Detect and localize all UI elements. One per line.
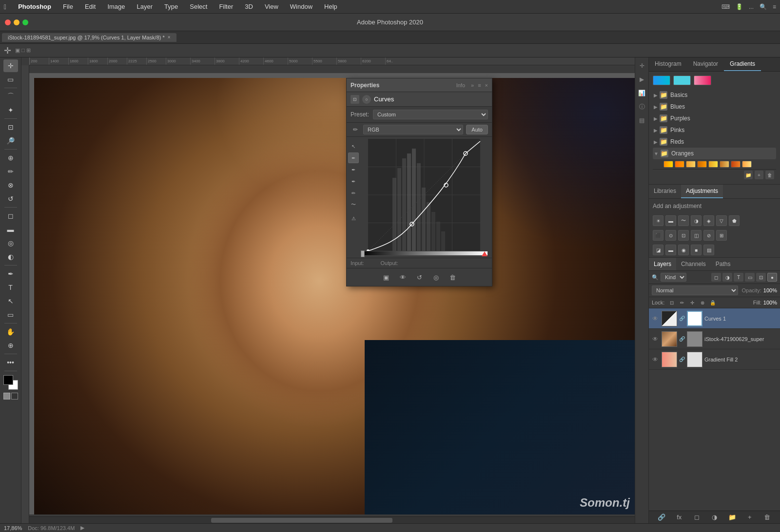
layer-group-btn[interactable]: 📁 xyxy=(727,513,737,522)
adj-exposure-icon[interactable]: ◑ xyxy=(691,215,702,226)
lock-artboard-icon[interactable]: ⊗ xyxy=(698,299,707,306)
text-tool[interactable]: T xyxy=(3,281,18,294)
clone-tool[interactable]: ⊗ xyxy=(3,179,18,191)
channel-tool-icon[interactable]: ✏ xyxy=(351,125,360,134)
orange-grad-7[interactable] xyxy=(731,161,741,168)
menu-window[interactable]: Window xyxy=(288,2,314,11)
adj-channel-mixer-icon[interactable]: ⊡ xyxy=(678,230,689,241)
properties-info-tab[interactable]: Info xyxy=(456,82,465,88)
filter-enabled-toggle[interactable]: ● xyxy=(767,273,777,282)
layer-link-btn[interactable]: 🔗 xyxy=(657,513,666,522)
gradients-delete-icon[interactable]: 🗑 xyxy=(765,171,774,179)
adj-color-lookup-icon[interactable]: ◫ xyxy=(691,230,702,241)
layer-mask-btn[interactable]: ◻ xyxy=(692,513,702,522)
curve-eyedropper-black[interactable]: ✒ xyxy=(348,152,359,163)
tab-histogram[interactable]: Histogram xyxy=(649,57,687,71)
lock-transparency-icon[interactable]: ⊡ xyxy=(667,299,676,306)
dodge-tool[interactable]: ◐ xyxy=(3,250,18,263)
menu-view[interactable]: View xyxy=(263,2,280,11)
lasso-tool[interactable]: ⌒ xyxy=(3,90,18,103)
tab-paths[interactable]: Paths xyxy=(711,258,736,270)
layer-mask-curves1[interactable] xyxy=(687,311,702,326)
tab-layers[interactable]: Layers xyxy=(649,258,676,270)
tab-libraries[interactable]: Libraries xyxy=(649,185,681,198)
crop-tool[interactable]: ⊡ xyxy=(3,121,18,133)
gradient-swatch-cyan[interactable] xyxy=(653,76,670,85)
layer-link-icon3[interactable]: 🔗 xyxy=(679,357,684,362)
curves-channel-icon[interactable]: ▣ xyxy=(380,271,392,283)
curve-eyedropper-white[interactable]: ✒ xyxy=(348,176,359,187)
orange-grad-2[interactable] xyxy=(675,161,684,168)
layer-item-photo[interactable]: 👁 🔗 iStock-471900629_super xyxy=(649,329,780,349)
info-icon[interactable]: ⓘ xyxy=(637,101,647,112)
layer-mask-gradient[interactable] xyxy=(687,352,702,367)
adj-photo-filter-icon[interactable]: ⊙ xyxy=(665,230,676,241)
menu-help[interactable]: Help xyxy=(322,2,339,11)
gradients-new-icon[interactable]: + xyxy=(755,171,763,179)
adj-gradient-map-icon[interactable]: ▬ xyxy=(665,245,676,255)
adj-threshold-icon[interactable]: ◪ xyxy=(653,245,663,255)
brush-tool[interactable]: ✏ xyxy=(3,165,18,178)
close-button[interactable] xyxy=(5,19,11,25)
document-tab[interactable]: iStock-181894581_super.jpg @ 17,9% (Curv… xyxy=(2,33,176,42)
layer-adj-btn[interactable]: ◑ xyxy=(709,513,719,522)
shape-tool[interactable]: ▭ xyxy=(3,308,18,321)
adj-colorbalance-icon[interactable]: ⬟ xyxy=(729,215,740,226)
gradient-group-blues[interactable]: ▶ 📁 Blues xyxy=(653,101,776,113)
minimize-button[interactable] xyxy=(14,19,20,25)
menu-filter[interactable]: Filter xyxy=(217,2,235,11)
maximize-button[interactable] xyxy=(22,19,28,25)
search-menu-icon[interactable]: 🔍 xyxy=(760,3,767,10)
path-select-tool[interactable]: ↖ xyxy=(3,295,18,307)
layer-item-curves1[interactable]: 👁 🔗 Curves 1 xyxy=(649,308,780,329)
layer-mask-photo[interactable] xyxy=(687,331,702,347)
auto-button[interactable]: Auto xyxy=(466,125,488,134)
gradient-group-oranges[interactable]: ▼ 📁 Oranges xyxy=(653,148,776,159)
filter-shape-icon[interactable]: ▭ xyxy=(745,273,755,282)
layer-delete-btn[interactable]: 🗑 xyxy=(762,513,772,522)
marquee-tool[interactable]: ▭ xyxy=(3,73,18,86)
hand-tool[interactable]: ✋ xyxy=(3,325,18,338)
zoom-tool[interactable]: ⊕ xyxy=(3,339,18,352)
adj-hsl-icon[interactable]: ▽ xyxy=(716,215,727,226)
curves-bottom-slider[interactable] xyxy=(360,251,488,256)
lock-position-icon[interactable]: ✛ xyxy=(688,299,697,306)
layer-item-gradient[interactable]: 👁 🔗 Gradient Fill 2 xyxy=(649,349,780,370)
filter-pixel-icon[interactable]: ◻ xyxy=(711,273,721,282)
adj-vibrance-icon[interactable]: ◈ xyxy=(703,215,714,226)
foreground-color[interactable] xyxy=(3,375,13,385)
scrollbar-thumb[interactable] xyxy=(211,518,393,523)
curves-graph[interactable] xyxy=(360,139,488,256)
layer-eye-photo[interactable]: 👁 xyxy=(651,336,660,342)
lock-all-icon[interactable]: 🔒 xyxy=(708,299,717,306)
notif-icon[interactable]: ≡ xyxy=(773,3,776,10)
quick-mask-btn[interactable] xyxy=(3,393,10,399)
canvas-area[interactable]: Somon.tj Properties Info » ≡ × xyxy=(29,73,635,514)
layer-eye-curves1[interactable]: 👁 xyxy=(651,315,660,322)
orange-grad-4[interactable] xyxy=(697,161,707,168)
magic-wand-tool[interactable]: ✦ xyxy=(3,104,18,116)
color-swatches[interactable] xyxy=(3,375,18,390)
opacity-value[interactable]: 100% xyxy=(763,287,777,293)
orange-grad-8[interactable] xyxy=(742,161,752,168)
properties-expand-icon[interactable]: » xyxy=(471,82,474,88)
gradient-group-reds[interactable]: ▶ 📁 Reds xyxy=(653,136,776,148)
adj-bw-icon[interactable]: ⬛ xyxy=(653,230,663,241)
blur-tool[interactable]: ◎ xyxy=(3,237,18,249)
slider-handle-left[interactable] xyxy=(361,250,365,257)
lock-pixels-icon[interactable]: ✏ xyxy=(678,299,686,306)
curves-visibility-icon[interactable]: ◎ xyxy=(430,271,442,283)
orange-grad-3[interactable] xyxy=(686,161,696,168)
slider-handle-right[interactable] xyxy=(482,251,488,256)
tools-icon[interactable]: ✛ xyxy=(637,60,647,71)
horizontal-scrollbar[interactable] xyxy=(29,516,635,523)
adj-posterize-icon[interactable]: ⊞ xyxy=(716,230,727,241)
layer-eye-gradient[interactable]: 👁 xyxy=(651,356,660,363)
gradient-swatch-teal[interactable] xyxy=(673,76,691,85)
curves-circle-icon[interactable]: ○ xyxy=(362,95,371,104)
curve-pencil-tool[interactable]: ✏ xyxy=(348,188,359,198)
preset-select[interactable]: Custom xyxy=(373,110,488,119)
histogram-icon[interactable]: 📊 xyxy=(637,88,647,98)
orange-grad-6[interactable] xyxy=(720,161,729,168)
filter-text-icon[interactable]: T xyxy=(734,273,743,282)
